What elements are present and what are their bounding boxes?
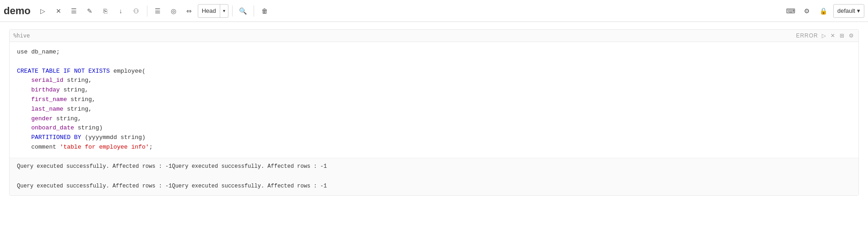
toolbar-divider-2 bbox=[232, 5, 233, 16]
code-line: gender string, bbox=[17, 114, 851, 124]
cell-expand-button[interactable]: ✕ bbox=[830, 32, 836, 40]
cell-actions: ERROR ▷ ✕ ⊞ ⚙ bbox=[796, 32, 855, 40]
code-line: onboard_date string) bbox=[17, 123, 851, 133]
cell-table-button[interactable]: ⊞ bbox=[839, 32, 845, 40]
download-button[interactable]: ↓ bbox=[114, 4, 128, 18]
cell-header: %hive ERROR ▷ ✕ ⊞ ⚙ bbox=[10, 30, 858, 42]
notebook-cell: %hive ERROR ▷ ✕ ⊞ ⚙ use db_name; CREATE … bbox=[9, 29, 859, 196]
edit-button[interactable]: ✎ bbox=[83, 4, 97, 18]
code-line: first_name string, bbox=[17, 95, 851, 105]
toolbar-divider-1 bbox=[147, 5, 147, 16]
code-line: birthday string, bbox=[17, 86, 851, 95]
users-button[interactable]: ⚇ bbox=[130, 4, 143, 18]
default-label: default bbox=[837, 7, 855, 14]
cell-body[interactable]: use db_name; CREATE TABLE IF NOT EXISTS … bbox=[10, 42, 858, 158]
cell-settings-button[interactable]: ⚙ bbox=[848, 32, 855, 40]
app-logo: demo bbox=[4, 5, 31, 17]
trash-button[interactable]: 🗑 bbox=[258, 4, 271, 18]
lock-button[interactable]: 🔒 bbox=[817, 4, 830, 18]
code-line: comment 'table for employee info'; bbox=[17, 143, 851, 152]
cell-type: %hive bbox=[13, 32, 30, 39]
toolbar-right: ⌨ ⚙ 🔒 default ▾ bbox=[784, 4, 864, 18]
toolbar: demo ▷ ✕ ☰ ✎ ⎘ ↓ ⚇ ☰ ◎ ⇔ Head ▾ 🔍 🗑 ⌨ ⚙ … bbox=[0, 0, 868, 22]
search-button[interactable]: 🔍 bbox=[236, 4, 250, 18]
run-button[interactable]: ▷ bbox=[36, 4, 50, 18]
code-editor[interactable]: use db_name; CREATE TABLE IF NOT EXISTS … bbox=[17, 48, 851, 152]
settings-button[interactable]: ⚙ bbox=[800, 4, 814, 18]
code-line: CREATE TABLE IF NOT EXISTS employee( bbox=[17, 67, 851, 76]
default-chevron-icon: ▾ bbox=[857, 7, 860, 14]
toolbar-divider-3 bbox=[254, 5, 254, 16]
code-line: PARTITIONED BY (yyyymmdd string) bbox=[17, 133, 851, 143]
error-status: ERROR bbox=[796, 32, 818, 39]
split-button[interactable]: ⇔ bbox=[182, 4, 196, 18]
head-dropdown[interactable]: Head ▾ bbox=[198, 4, 228, 18]
output-line: Query executed successfully. Affected ro… bbox=[17, 182, 851, 192]
cell-output: Query executed successfully. Affected ro… bbox=[10, 158, 858, 195]
code-line: serial_id string, bbox=[17, 76, 851, 86]
output-line bbox=[17, 171, 851, 182]
code-line: use db_name; bbox=[17, 48, 851, 57]
main-content: %hive ERROR ▷ ✕ ⊞ ⚙ use db_name; CREATE … bbox=[0, 22, 868, 207]
cell-run-button[interactable]: ▷ bbox=[821, 32, 827, 40]
doc-button[interactable]: ☰ bbox=[151, 4, 165, 18]
output-line: Query executed successfully. Affected ro… bbox=[17, 162, 851, 172]
code-line bbox=[17, 57, 851, 67]
notebook-button[interactable]: ☰ bbox=[67, 4, 81, 18]
stop-button[interactable]: ✕ bbox=[52, 4, 65, 18]
default-dropdown[interactable]: default ▾ bbox=[833, 4, 864, 18]
circle-button[interactable]: ◎ bbox=[167, 4, 180, 18]
code-line: last_name string, bbox=[17, 105, 851, 114]
keyboard-button[interactable]: ⌨ bbox=[784, 4, 797, 18]
head-label: Head bbox=[198, 5, 220, 17]
head-chevron-icon: ▾ bbox=[220, 5, 228, 17]
copy-button[interactable]: ⎘ bbox=[98, 4, 112, 18]
